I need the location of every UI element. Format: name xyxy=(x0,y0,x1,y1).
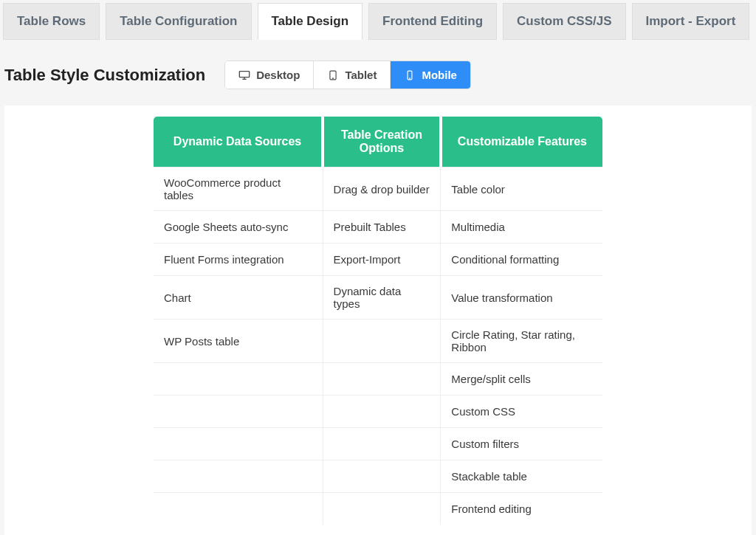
tab-table-configuration[interactable]: Table Configuration xyxy=(106,3,251,40)
table-cell: Conditional formatting xyxy=(441,244,603,276)
features-table: Dynamic Data Sources Table Creation Opti… xyxy=(153,116,603,525)
tab-frontend-editing[interactable]: Frontend Editing xyxy=(368,3,497,40)
table-cell: Chart xyxy=(154,276,323,320)
table-cell: Drag & drop builder xyxy=(323,168,441,211)
tab-import-export[interactable]: Import - Export xyxy=(632,3,750,40)
mobile-icon xyxy=(404,70,416,80)
table-cell xyxy=(154,428,323,460)
table-cell xyxy=(323,428,441,460)
device-tablet-button[interactable]: Tablet xyxy=(314,61,391,89)
table-cell xyxy=(323,493,441,525)
tab-table-rows[interactable]: Table Rows xyxy=(3,3,100,40)
svg-rect-0 xyxy=(240,71,250,77)
table-cell: Table color xyxy=(441,168,603,211)
table-cell xyxy=(154,363,323,396)
table-cell: Fluent Forms integration xyxy=(154,244,323,276)
table-cell: Google Sheets auto-sync xyxy=(154,211,323,244)
table-header-row: Dynamic Data Sources Table Creation Opti… xyxy=(154,117,603,168)
table-cell: Stackable table xyxy=(441,460,603,493)
table-row: Custom filters xyxy=(154,428,603,460)
table-cell: Value transformation xyxy=(441,276,603,320)
tablet-icon xyxy=(327,70,339,80)
table-cell: Custom CSS xyxy=(441,396,603,428)
table-cell: Dynamic data types xyxy=(323,276,441,320)
heading-row: Table Style Customization Desktop Tablet xyxy=(4,61,752,106)
table-row: Fluent Forms integrationExport-ImportCon… xyxy=(154,244,603,276)
table-body: WooCommerce product tablesDrag & drop bu… xyxy=(154,168,603,525)
table-cell: Export-Import xyxy=(323,244,441,276)
table-row: Google Sheets auto-syncPrebuilt TablesMu… xyxy=(154,211,603,244)
table-cell: Merge/split cells xyxy=(441,363,603,396)
table-row: Frontend editing xyxy=(154,493,603,525)
device-label: Tablet xyxy=(345,69,377,81)
device-toggle: Desktop Tablet Mobile xyxy=(224,61,471,89)
page-title: Table Style Customization xyxy=(4,66,205,85)
table-cell xyxy=(154,493,323,525)
table-cell: Prebuilt Tables xyxy=(323,211,441,244)
table-row: WooCommerce product tablesDrag & drop bu… xyxy=(154,168,603,211)
table-cell xyxy=(154,460,323,493)
table-cell xyxy=(323,396,441,428)
table-cell: Circle Rating, Star rating, Ribbon xyxy=(441,320,603,363)
table-row: Stackable table xyxy=(154,460,603,493)
table-row: Merge/split cells xyxy=(154,363,603,396)
desktop-icon xyxy=(238,70,250,80)
table-header-cell: Customizable Features xyxy=(441,117,603,168)
table-cell: WP Posts table xyxy=(154,320,323,363)
tab-custom-css-js[interactable]: Custom CSS/JS xyxy=(503,3,625,40)
table-cell xyxy=(323,320,441,363)
svg-point-6 xyxy=(410,77,410,78)
device-desktop-button[interactable]: Desktop xyxy=(225,61,314,89)
tabs-bar: Table Rows Table Configuration Table Des… xyxy=(0,0,756,40)
table-cell: WooCommerce product tables xyxy=(154,168,323,211)
table-cell: Custom filters xyxy=(441,428,603,460)
tab-table-design[interactable]: Table Design xyxy=(258,3,363,40)
table-row: WP Posts tableCircle Rating, Star rating… xyxy=(154,320,603,363)
page-body: Table Style Customization Desktop Tablet xyxy=(0,40,756,535)
table-cell: Multimedia xyxy=(441,211,603,244)
table-preview-panel: Dynamic Data Sources Table Creation Opti… xyxy=(4,106,752,535)
table-row: Custom CSS xyxy=(154,396,603,428)
device-mobile-button[interactable]: Mobile xyxy=(391,61,470,89)
device-label: Desktop xyxy=(256,69,300,81)
table-header-cell: Table Creation Options xyxy=(323,117,441,168)
table-cell: Frontend editing xyxy=(441,493,603,525)
table-cell xyxy=(323,363,441,396)
table-cell xyxy=(323,460,441,493)
table-cell xyxy=(154,396,323,428)
table-row: ChartDynamic data typesValue transformat… xyxy=(154,276,603,320)
device-label: Mobile xyxy=(422,69,457,81)
table-header-cell: Dynamic Data Sources xyxy=(154,117,323,168)
